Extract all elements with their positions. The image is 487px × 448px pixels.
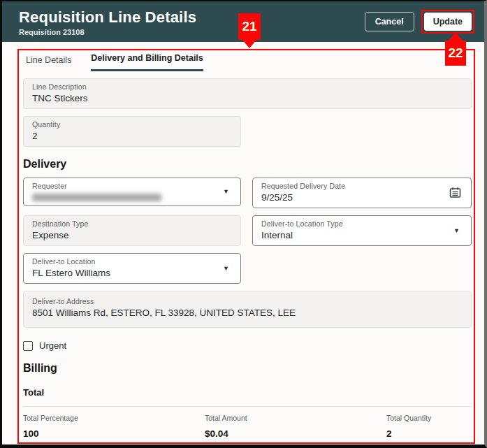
- total-quantity-value: 2: [386, 428, 472, 439]
- line-description-field: Line Description TNC Stickers: [23, 78, 472, 109]
- requested-delivery-date-value: 9/25/25: [261, 192, 449, 203]
- page-title: Requisition Line Details: [19, 9, 365, 26]
- chevron-down-icon[interactable]: ▼: [451, 227, 463, 234]
- header-titles: Requisition Line Details Requisition 231…: [19, 8, 365, 36]
- quantity-field: Quantity 2: [23, 116, 241, 147]
- total-amount-label: Total Amount: [205, 414, 386, 422]
- deliver-to-address-label: Deliver-to Address: [32, 297, 463, 306]
- deliver-to-location-dropdown[interactable]: Deliver-to Location FL Estero Williams ▼: [23, 253, 241, 284]
- chevron-down-icon[interactable]: ▼: [220, 188, 232, 195]
- requester-date-row: Requester ▼ Requested Delivery Date 9/25…: [23, 171, 472, 208]
- deliver-to-location-type-dropdown[interactable]: Deliver-to Location Type Internal ▼: [252, 215, 472, 246]
- chevron-down-icon[interactable]: ▼: [220, 265, 232, 272]
- tab-delivery-and-billing-details[interactable]: Delivery and Billing Details: [91, 53, 203, 71]
- requested-delivery-date-field[interactable]: Requested Delivery Date 9/25/25: [252, 178, 472, 208]
- deliver-to-location-label: Deliver-to Location: [32, 257, 220, 266]
- requisition-line-details-window: Requisition Line Details Requisition 231…: [0, 0, 487, 448]
- requester-value-redacted: [32, 194, 161, 201]
- total-amount-value: $0.04: [205, 428, 386, 439]
- header-actions: Cancel Update: [365, 10, 474, 34]
- deliver-to-address-value: 8501 Williams Rd, ESTERO, FL 33928, UNIT…: [32, 307, 463, 319]
- destination-type-label: Destination Type: [32, 219, 232, 229]
- urgent-checkbox-row: Urgent: [23, 340, 472, 351]
- urgent-checkbox[interactable]: [23, 341, 33, 351]
- total-percentage-value: 100: [23, 428, 205, 439]
- destination-location-type-row: Destination Type Expense Deliver-to Loca…: [23, 208, 472, 246]
- deliver-to-address-field: Deliver-to Address 8501 Williams Rd, EST…: [23, 291, 472, 328]
- requester-dropdown[interactable]: Requester ▼: [23, 178, 241, 206]
- cancel-button[interactable]: Cancel: [365, 12, 414, 31]
- deliver-to-location-value: FL Estero Williams: [32, 267, 220, 279]
- delivery-section-heading: Delivery: [23, 158, 472, 171]
- line-description-label: Line Description: [32, 82, 463, 92]
- page-header: Requisition Line Details Requisition 231…: [2, 1, 484, 42]
- quantity-value: 2: [32, 130, 232, 142]
- totals-row: Total Percentage 100 Total Amount $0.04 …: [23, 414, 472, 439]
- requested-delivery-date-label: Requested Delivery Date: [261, 182, 449, 191]
- totals-top-divider: [23, 406, 472, 407]
- destination-type-value: Expense: [32, 229, 232, 241]
- total-subheading: Total: [23, 387, 472, 398]
- tab-bar: Line Details Delivery and Billing Detail…: [26, 53, 472, 71]
- deliver-to-location-type-label: Deliver-to Location Type: [261, 219, 451, 229]
- total-quantity-label: Total Quantity: [386, 414, 472, 422]
- requester-label: Requester: [32, 182, 220, 191]
- billing-section-heading: Billing: [23, 362, 472, 375]
- update-button[interactable]: Update: [424, 13, 472, 31]
- update-button-highlight-rect: Update: [421, 10, 474, 34]
- calendar-icon[interactable]: [449, 187, 461, 198]
- details-panel: Line Details Delivery and Billing Detail…: [2, 42, 484, 448]
- quantity-label: Quantity: [32, 120, 232, 129]
- destination-type-field: Destination Type Expense: [23, 215, 241, 246]
- deliver-to-location-type-value: Internal: [261, 229, 451, 241]
- total-percentage-label: Total Percentage: [23, 414, 205, 422]
- urgent-label: Urgent: [39, 340, 66, 351]
- tab-line-details[interactable]: Line Details: [26, 55, 71, 71]
- line-description-value: TNC Stickers: [32, 92, 463, 104]
- page-subtitle: Requisition 23108: [19, 28, 365, 36]
